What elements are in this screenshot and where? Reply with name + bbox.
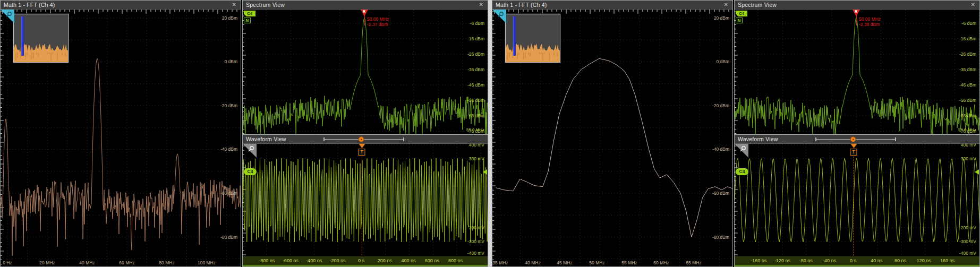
close-icon[interactable]: ✕ <box>970 2 976 7</box>
close-icon[interactable]: ✕ <box>231 2 237 7</box>
axis-tick-label: -60 dBm <box>712 191 729 196</box>
reference-marker-label: R <box>855 10 857 13</box>
trace-mode-badge-n[interactable]: N <box>736 18 743 23</box>
axis-tick-label: 200 ns <box>378 258 392 263</box>
horizontal-position-knob[interactable] <box>850 136 856 142</box>
waveform-titlebar[interactable]: Waveform View <box>243 135 488 144</box>
math-window-titlebar[interactable]: Math 1 - FFT (Ch 4) ✕ <box>1 1 241 10</box>
axis-tick-label: -26 dBm <box>959 51 976 57</box>
waveform-trace <box>243 144 488 255</box>
axis-tick-label: -40 dBm <box>220 147 237 152</box>
axis-tick-label: -6 dBm <box>962 21 976 26</box>
scope-display: Math 1 - FFT (Ch 4) ✕ 20 dBm0 dBm-20 dBm… <box>0 0 980 267</box>
math-window-title: Math 1 - FFT (Ch 4) <box>4 2 55 8</box>
channel-level-arrow-icon <box>483 169 487 175</box>
spectrum-titlebar[interactable]: Spectrum View ✕ <box>243 1 488 10</box>
axis-tick-label: -300 mV <box>959 239 976 244</box>
workspace-left: Math 1 - FFT (Ch 4) ✕ 20 dBm0 dBm-20 dBm… <box>0 0 488 267</box>
spectrum-plot[interactable]: C4 N R 50.00 MHz -2.37 dBm -6 dBm-16 dBm… <box>243 10 488 134</box>
axis-tick-label: -56 dBm <box>959 98 976 103</box>
axis-tick-label: 50 MHz <box>589 260 604 265</box>
axis-tick-label: -80 ns <box>799 258 813 263</box>
spectrum-trace <box>243 10 488 134</box>
spectrum-view-window: Spectrum View ✕ C4 N R 50.00 MHz -2.37 d… <box>242 0 488 134</box>
axis-tick-label: -56 dBm <box>467 98 484 103</box>
axis-tick-label: 0 s <box>850 258 856 263</box>
time-axis[interactable]: -800 ns-600 ns-400 ns-200 ns0 s200 ns400… <box>243 256 488 266</box>
axis-tick-label: 300 mV <box>469 156 484 161</box>
axis-tick-label: -80 dBm <box>220 235 237 240</box>
axis-tick-label: -46 dBm <box>467 82 484 88</box>
axis-tick-label: 0 dBm <box>716 59 729 64</box>
spectrum-plot[interactable]: C4 N R 50.00 MHz -2.38 dBm -6 dBm-16 dBm… <box>735 10 979 134</box>
channel-badge-c4[interactable]: C4 <box>244 11 255 16</box>
marker-amplitude: -2.38 dBm <box>859 22 881 27</box>
axis-tick-label: -26 dBm <box>467 51 484 57</box>
spectrum-titlebar[interactable]: Spectrum View ✕ <box>735 1 979 10</box>
workspace-right: Math 1 - FFT (Ch 4) ✕ 20 dBm0 dBm-20 dBm… <box>492 0 980 267</box>
waveform-plot[interactable]: T C4 400 mV300 mV-200 mV-300 mV-400 mV <box>243 144 488 256</box>
axis-tick-label: -200 mV <box>959 225 976 230</box>
waveform-plot[interactable]: T C4 400 mV300 mV-200 mV-300 mV-400 mV <box>735 144 979 256</box>
axis-tick-label: 20 dBm <box>222 15 237 21</box>
fft-overview-thumbnail[interactable] <box>13 14 69 63</box>
axis-tick-label: 800 ns <box>448 258 463 263</box>
channel-badge-c4[interactable]: C4 <box>736 11 747 16</box>
channel-reference-badge[interactable]: C4 <box>244 168 257 175</box>
time-axis[interactable]: -160 ns-120 ns-80 ns-40 ns0 s40 ns80 ns1… <box>735 256 979 266</box>
zoom-magnifier-icon[interactable] <box>492 10 506 23</box>
axis-tick-label: -60 dBm <box>220 191 237 196</box>
axis-tick-label: 65 MHz <box>686 260 701 265</box>
axis-tick-label: 400 mV <box>469 144 484 148</box>
trigger-position-line <box>362 157 362 256</box>
trigger-arrow-icon <box>359 144 365 148</box>
axis-tick-label: 0 dBm <box>224 59 237 64</box>
trigger-marker[interactable]: T <box>850 144 857 156</box>
reference-marker-label: R <box>363 10 365 13</box>
spectrum-title: Spectrum View <box>246 2 285 8</box>
channel-level-arrow-icon <box>975 169 979 175</box>
waveform-title: Waveform View <box>738 136 778 142</box>
zoom-magnifier-icon[interactable] <box>1 10 14 23</box>
close-icon[interactable]: ✕ <box>723 2 729 7</box>
axis-tick-label: -16 dBm <box>959 36 976 41</box>
axis-tick-label: -400 mV <box>467 251 484 256</box>
marker-amplitude: -2.37 dBm <box>367 22 389 27</box>
axis-tick-label: -400 ns <box>306 258 322 263</box>
marker-frequency: 50.00 MHz <box>859 16 881 22</box>
axis-tick-label: 60 MHz <box>653 260 669 265</box>
close-icon[interactable]: ✕ <box>478 2 484 7</box>
horizontal-position-knob[interactable] <box>359 136 364 142</box>
math-window-titlebar[interactable]: Math 1 - FFT (Ch 4) ✕ <box>492 1 732 10</box>
axis-tick-label: -20 dBm <box>712 103 729 108</box>
reference-marker-flag[interactable]: R <box>361 10 368 16</box>
axis-tick-label: 80 ns <box>894 258 906 263</box>
axis-tick-label: 600 ns <box>425 258 439 263</box>
axis-tick-label: 400 ns <box>402 258 416 263</box>
math-fft-plot[interactable]: 20 dBm0 dBm-20 dBm-40 dBm-60 dBm-80 dBm … <box>1 10 241 266</box>
axis-tick-label: -160 ns <box>751 258 766 263</box>
channel-reference-badge[interactable]: C4 <box>736 168 748 175</box>
math-window-title: Math 1 - FFT (Ch 4) <box>496 2 547 8</box>
waveform-title: Waveform View <box>246 136 286 142</box>
axis-tick-label: 40 MHz <box>525 260 540 265</box>
axis-tick-label: 60 MHz <box>119 260 134 265</box>
axis-tick-label: -40 ns <box>823 258 836 263</box>
waveform-view-window: Waveform View T C4 400 mV300 mV-200 mV-3… <box>734 134 980 267</box>
axis-tick-label: 400 mV <box>961 144 976 148</box>
trace-mode-badge-n[interactable]: N <box>244 18 251 23</box>
axis-tick-label: -16 dBm <box>467 36 484 41</box>
spectrum-freq-label: 55.0 MHz <box>958 127 976 132</box>
reference-marker-flag[interactable]: R <box>853 10 860 16</box>
trigger-marker[interactable]: T <box>359 144 365 156</box>
waveform-titlebar[interactable]: Waveform View <box>735 135 979 144</box>
zoom-magnifier-icon[interactable] <box>735 144 748 158</box>
zoom-magnifier-icon[interactable] <box>243 144 257 158</box>
fft-thumbnail-trace <box>506 14 560 62</box>
axis-tick-label: -46 dBm <box>959 82 976 88</box>
axis-tick-label: -800 ns <box>259 258 275 263</box>
trigger-position-line <box>854 157 854 256</box>
fft-overview-thumbnail[interactable] <box>505 14 560 63</box>
math-fft-plot[interactable]: 20 dBm0 dBm-20 dBm-40 dBm-60 dBm-80 dBm … <box>492 10 732 266</box>
axis-tick-label: -80 dBm <box>712 235 729 240</box>
